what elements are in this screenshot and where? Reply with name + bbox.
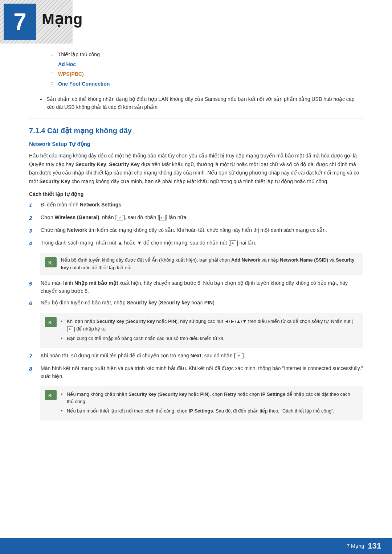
note-sub-list-6: Khi bạn nhập Security key (Security key … xyxy=(61,318,358,342)
page: 7 Mạng Thiết lập thủ công Ad Hoc WPS(PBC… xyxy=(0,0,392,554)
note-item-6-2: Bạn cũng có thể nhập số bằng cách nhấn c… xyxy=(61,335,358,342)
note-box-8: K Nếu mạng không chấp nhận Security key … xyxy=(40,386,363,420)
top-list: Thiết lập thủ công Ad Hoc WPS(PBC) One F… xyxy=(51,51,363,88)
list-item-wps: WPS(PBC) xyxy=(51,70,363,78)
footer-label: 7 Mạng xyxy=(347,543,364,549)
note-box-6: K Khi bạn nhập Security key (Security ke… xyxy=(40,313,363,348)
note-box-4: K Nếu bộ định tuyến không dây được đặt v… xyxy=(40,253,363,275)
step-4: 4 Trong danh sách mạng, nhấn nút ▲ hoặc … xyxy=(29,239,363,248)
enter-key-icon: ↵ xyxy=(117,215,123,221)
list-item-onefoot: One Foot Connection xyxy=(51,80,363,88)
note-symbol-icon-8: K xyxy=(47,391,54,399)
note-icon-4: K xyxy=(45,257,57,267)
note-symbol-icon: K xyxy=(47,259,54,266)
footer: 7 Mạng 131 xyxy=(0,538,392,554)
step-2: 2 Chọn Wireless (General), nhấn [↵], sau… xyxy=(29,213,363,222)
steps-list-2: 5 Nếu màn hình Nhập mã bảo mật xuất hiện… xyxy=(29,279,363,308)
enter-key-icon-note6: ↵ xyxy=(67,326,73,332)
svg-text:K: K xyxy=(48,260,52,266)
list-item-thiet-lap: Thiết lập thủ công xyxy=(51,51,363,58)
step-6: 6 Nếu bộ định tuyến có bảo mật, nhập Sec… xyxy=(29,299,363,308)
step-3: 3 Chức năng Network tìm kiếm các mạng kh… xyxy=(29,226,363,235)
section-heading: 7.1.4 Cài đặt mạng không dây xyxy=(29,126,363,135)
main-bullet-list: Sản phẩm có thể không nhận dạng bộ điều … xyxy=(40,95,363,111)
steps-list-3: 7 Khi hoàn tất, sử dụng nút mũi tên phải… xyxy=(29,352,363,381)
chapter-number-block: 7 xyxy=(4,4,36,40)
note-text-4: Nếu bộ định tuyến không dây được đặt về … xyxy=(61,257,358,272)
note-symbol-icon-6: K xyxy=(47,319,54,326)
svg-text:K: K xyxy=(48,320,52,325)
note-icon-8: K xyxy=(45,390,57,400)
list-item-adhoc: Ad Hoc xyxy=(51,61,363,68)
chapter-title: Mạng xyxy=(42,10,82,28)
paragraph-1: Hầu hết các mạng không dây đều có một hệ… xyxy=(29,152,363,186)
note-icon-6: K xyxy=(45,317,57,327)
note-sub-list-8: Nếu mạng không chấp nhận Security key (S… xyxy=(61,391,358,415)
main-content: Thiết lập thủ công Ad Hoc WPS(PBC) One F… xyxy=(0,0,392,446)
note-item-6-1: Khi bạn nhập Security key (Security key … xyxy=(61,318,358,333)
sub-label: Cách thiết lập tự động xyxy=(29,191,363,197)
step-8: 8 Màn hình kết nối mạng xuất hiện và quá… xyxy=(29,364,363,381)
step-5: 5 Nếu màn hình Nhập mã bảo mật xuất hiện… xyxy=(29,279,363,295)
enter-key-icon-2: ↵ xyxy=(159,215,166,221)
section-divider xyxy=(29,119,363,119)
svg-text:K: K xyxy=(48,393,52,398)
note-item-8-2: Nếu bạn muốn thiết lập kết nối theo cách… xyxy=(61,407,358,415)
sub-heading: Network Setup Tự động xyxy=(29,141,363,147)
step-1: 1 Đi đến màn hình Network Settings. xyxy=(29,201,363,210)
samsung-note: Sản phẩm có thể không nhận dạng bộ điều … xyxy=(40,95,363,111)
footer-page-number: 131 xyxy=(368,541,381,551)
enter-key-icon-7: ↵ xyxy=(236,353,242,359)
step-7: 7 Khi hoàn tất, sử dụng nút mũi tên phải… xyxy=(29,352,363,361)
note-item-8-1: Nếu mạng không chấp nhận Security key (S… xyxy=(61,391,358,406)
enter-key-icon-3: ↵ xyxy=(230,240,236,246)
chapter-number: 7 xyxy=(13,10,26,33)
steps-list: 1 Đi đến màn hình Network Settings. 2 Ch… xyxy=(29,201,363,248)
note-text-8: Nếu mạng không chấp nhận Security key (S… xyxy=(61,389,358,417)
note-text-6: Khi bạn nhập Security key (Security key … xyxy=(61,316,358,344)
